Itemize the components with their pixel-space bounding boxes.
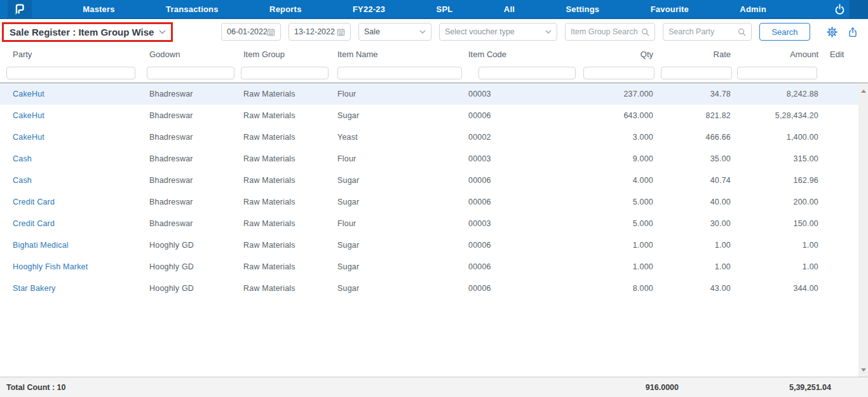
column-header-party: Party	[6, 50, 143, 59]
godown-cell: Hooghly GD	[143, 262, 237, 271]
amount-cell: 8,242.88	[733, 90, 821, 98]
search-button[interactable]: Search	[759, 23, 810, 41]
table-row[interactable]: Star Bakery Hooghly GD Raw Materials Sug…	[0, 278, 858, 299]
party-link[interactable]: Star Bakery	[6, 284, 143, 293]
party-link[interactable]: Bighati Medical	[6, 241, 143, 250]
nav-end-block	[850, 0, 868, 18]
nav-item-masters[interactable]: Masters	[83, 4, 115, 14]
rate-cell: 34.78	[656, 90, 733, 98]
qty-cell: 5.000	[578, 219, 656, 228]
item-name-cell: Flour	[331, 219, 462, 228]
nav-item-reports[interactable]: Reports	[269, 4, 302, 14]
party-link[interactable]: Credit Card	[6, 219, 143, 228]
party-link[interactable]: Cash	[6, 176, 143, 185]
godown-cell: Bhadreswar	[143, 176, 237, 185]
table-row[interactable]: CakeHut Bhadreswar Raw Materials Yeast 0…	[0, 126, 858, 148]
rate-cell: 821.82	[656, 111, 733, 120]
app-logo-icon	[13, 2, 27, 16]
qty-cell: 8.000	[578, 284, 656, 293]
report-title: Sale Register : Item Group Wise	[10, 27, 154, 37]
column-header-amount: Amount	[733, 50, 821, 59]
table-row[interactable]: Bighati Medical Hooghly GD Raw Materials…	[0, 234, 858, 256]
nav-item-all[interactable]: All	[504, 4, 515, 14]
date-from-input[interactable]	[227, 27, 267, 36]
table-row[interactable]: Cash Bhadreswar Raw Materials Sugar 0000…	[0, 170, 858, 191]
top-nav-bar: Masters Transactions Reports FY22-23 SPL…	[0, 0, 868, 19]
amount-cell: 200.00	[733, 198, 821, 206]
table-row[interactable]: Credit Card Bhadreswar Raw Materials Flo…	[0, 213, 858, 234]
godown-filter-input[interactable]	[147, 67, 234, 79]
date-from-field	[221, 23, 281, 41]
item-code-cell: 00006	[462, 262, 578, 271]
party-link[interactable]: CakeHut	[6, 90, 143, 98]
item-group-cell: Raw Materials	[237, 176, 331, 185]
party-search-input[interactable]	[668, 27, 738, 36]
party-filter-input[interactable]	[6, 67, 135, 79]
calendar-icon[interactable]	[267, 28, 275, 36]
party-link[interactable]: Credit Card	[6, 198, 143, 206]
column-header-item-name: Item Name	[331, 50, 462, 59]
summary-footer: Total Count : 10 916.0000 5,39,251.04	[0, 377, 868, 397]
qty-filter-input[interactable]	[583, 67, 654, 79]
amount-total-value: 5,39,251.04	[789, 383, 831, 392]
rate-cell: 1.00	[656, 241, 733, 250]
calendar-icon[interactable]	[337, 28, 345, 36]
item-group-cell: Raw Materials	[237, 154, 331, 163]
vertical-scrollbar[interactable]	[858, 83, 868, 377]
settings-gear-button[interactable]	[825, 25, 839, 39]
party-link[interactable]: Cash	[6, 154, 143, 163]
item-group-search-input[interactable]	[571, 27, 641, 36]
party-link[interactable]: CakeHut	[6, 133, 143, 142]
app-logo[interactable]	[8, 0, 32, 18]
table-row[interactable]: Credit Card Bhadreswar Raw Materials Sug…	[0, 191, 858, 213]
item-name-cell: Sugar	[331, 198, 462, 206]
chevron-down-icon	[419, 30, 426, 34]
party-link[interactable]: Hooghly Fish Market	[6, 262, 143, 271]
logout-power-button[interactable]	[834, 0, 845, 18]
table-row[interactable]: Cash Bhadreswar Raw Materials Flour 0000…	[0, 148, 858, 170]
export-share-button[interactable]	[846, 25, 859, 39]
power-icon	[834, 4, 845, 15]
nav-item-fy22-23[interactable]: FY22-23	[353, 4, 385, 14]
item-name-cell: Sugar	[331, 284, 462, 293]
table-row[interactable]: CakeHut Bhadreswar Raw Materials Flour 0…	[0, 83, 858, 105]
date-to-input[interactable]	[294, 27, 337, 36]
item-code-cell: 00006	[462, 111, 578, 120]
godown-cell: Hooghly GD	[143, 284, 237, 293]
voucher-category-select[interactable]: Sale	[358, 23, 431, 41]
nav-item-admin[interactable]: Admin	[740, 4, 766, 14]
column-header-edit: Edit	[821, 50, 851, 59]
item-name-cell: Sugar	[331, 176, 462, 185]
nav-item-favourite[interactable]: Favourite	[651, 4, 689, 14]
rate-cell: 40.74	[656, 176, 733, 185]
nav-item-spl[interactable]: SPL	[437, 4, 453, 14]
voucher-category-value: Sale	[364, 27, 380, 36]
qty-cell: 4.000	[578, 176, 656, 185]
rate-filter-input[interactable]	[661, 67, 732, 79]
amount-cell: 1.00	[733, 262, 821, 271]
gear-icon	[827, 27, 837, 37]
scroll-up-arrow-icon[interactable]	[861, 90, 866, 93]
report-title-dropdown[interactable]: Sale Register : Item Group Wise	[2, 22, 173, 42]
table-row[interactable]: Hooghly Fish Market Hooghly GD Raw Mater…	[0, 256, 858, 278]
amount-cell: 1.00	[733, 241, 821, 250]
item-group-filter-input[interactable]	[241, 67, 329, 79]
voucher-type-select[interactable]: Select voucher type	[439, 23, 557, 41]
chevron-down-icon	[159, 30, 166, 34]
item-name-filter-input[interactable]	[337, 67, 462, 79]
item-code-cell: 00003	[462, 154, 578, 163]
item-group-cell: Raw Materials	[237, 284, 331, 293]
godown-cell: Bhadreswar	[143, 219, 237, 228]
party-link[interactable]: CakeHut	[6, 111, 143, 120]
item-name-cell: Sugar	[331, 262, 462, 271]
item-code-filter-input[interactable]	[478, 67, 576, 79]
amount-filter-input[interactable]	[737, 67, 817, 79]
qty-cell: 643.000	[578, 111, 656, 120]
scroll-down-arrow-icon[interactable]	[861, 368, 866, 372]
table-header-row: Party Godown Item Group Item Name Item C…	[0, 44, 868, 64]
nav-item-settings[interactable]: Settings	[566, 4, 599, 14]
item-code-cell: 00003	[462, 219, 578, 228]
nav-item-transactions[interactable]: Transactions	[166, 4, 219, 14]
table-row[interactable]: CakeHut Bhadreswar Raw Materials Sugar 0…	[0, 105, 858, 126]
item-group-cell: Raw Materials	[237, 241, 331, 250]
